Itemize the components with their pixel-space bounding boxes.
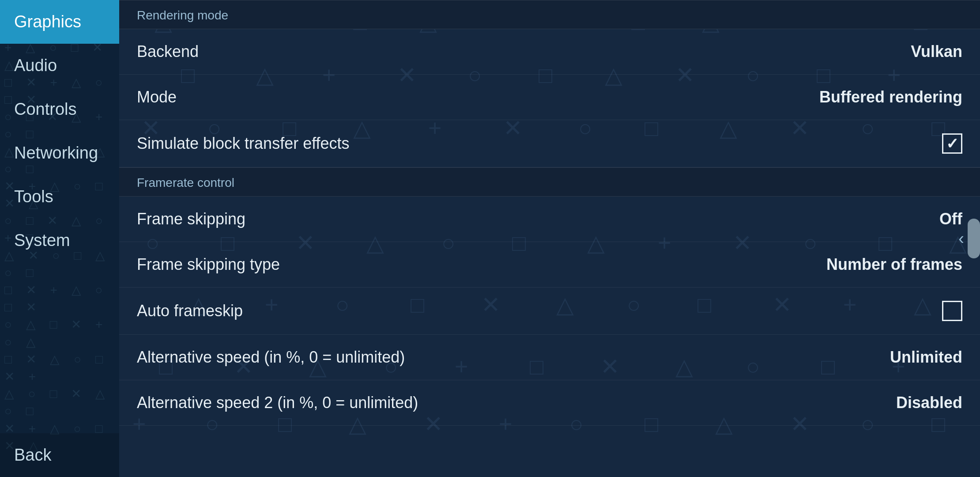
setting-label-auto-frameskip: Auto frameskip xyxy=(137,302,243,320)
setting-row-frame-skipping-type[interactable]: Frame skipping type Number of frames xyxy=(119,242,980,288)
setting-value-frame-skipping: Off xyxy=(939,210,962,228)
setting-label-backend: Backend xyxy=(137,42,199,61)
setting-label-alt-speed-2: Alternative speed 2 (in %, 0 = unlimited… xyxy=(137,394,418,412)
setting-row-backend[interactable]: Backend Vulkan xyxy=(119,29,980,75)
sidebar-item-networking[interactable]: Networking xyxy=(0,131,119,175)
scroll-handle[interactable] xyxy=(968,219,980,258)
setting-value-frame-skipping-type: Number of frames xyxy=(826,255,962,274)
section-header-rendering: Rendering mode xyxy=(119,0,980,29)
sidebar-item-graphics[interactable]: Graphics xyxy=(0,0,119,44)
setting-value-backend: Vulkan xyxy=(911,42,962,61)
chevron-right-icon[interactable]: ‹ xyxy=(958,229,964,248)
sidebar-item-tools[interactable]: Tools xyxy=(0,175,119,219)
setting-value-alt-speed: Unlimited xyxy=(890,348,962,367)
setting-label-frame-skipping: Frame skipping xyxy=(137,210,245,228)
setting-row-alt-speed-2[interactable]: Alternative speed 2 (in %, 0 = unlimited… xyxy=(119,380,980,426)
setting-label-alt-speed: Alternative speed (in %, 0 = unlimited) xyxy=(137,348,405,367)
setting-label-frame-skipping-type: Frame skipping type xyxy=(137,255,280,274)
setting-label-mode: Mode xyxy=(137,88,177,106)
section-header-framerate: Framerate control xyxy=(119,167,980,197)
setting-value-alt-speed-2: Disabled xyxy=(896,394,962,412)
auto-frameskip-checkbox[interactable] xyxy=(942,301,962,321)
sidebar: △ ○ □ ✕ △ ○ □ ✕ + △ ○ □ ✕ △ ○ □ ✕ + △ ○ … xyxy=(0,0,119,477)
setting-row-simulate-block[interactable]: Simulate block transfer effects xyxy=(119,120,980,167)
sidebar-item-audio[interactable]: Audio xyxy=(0,44,119,87)
sidebar-item-system[interactable]: System xyxy=(0,219,119,262)
setting-row-alt-speed[interactable]: Alternative speed (in %, 0 = unlimited) … xyxy=(119,335,980,380)
setting-value-mode: Buffered rendering xyxy=(819,88,962,106)
settings-list: Rendering mode Backend Vulkan Mode Buffe… xyxy=(119,0,980,477)
sidebar-item-controls[interactable]: Controls xyxy=(0,87,119,131)
main-content: △ ✕ ○ □ △ ✕ ○ □ △ + ○ □ □ △ + ✕ ○ □ △ ✕ … xyxy=(119,0,980,477)
setting-row-auto-frameskip[interactable]: Auto frameskip xyxy=(119,288,980,335)
setting-row-frame-skipping[interactable]: Frame skipping Off xyxy=(119,197,980,242)
setting-label-simulate-block: Simulate block transfer effects xyxy=(137,134,350,153)
back-button[interactable]: Back xyxy=(0,433,119,477)
setting-row-mode[interactable]: Mode Buffered rendering xyxy=(119,75,980,120)
simulate-block-checkbox[interactable] xyxy=(942,133,962,154)
